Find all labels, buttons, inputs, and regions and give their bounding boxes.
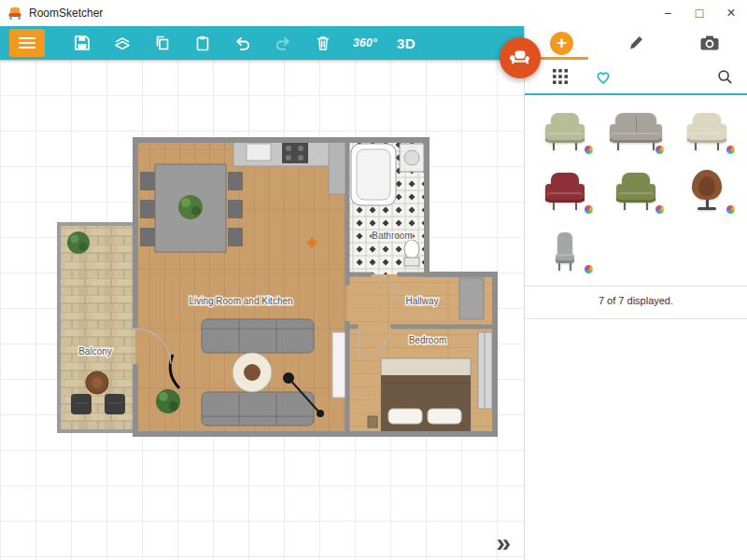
favorites-button[interactable] — [594, 68, 613, 85]
tab-camera[interactable] — [673, 26, 747, 60]
furniture-thumbnail — [686, 170, 727, 211]
color-variants-dot — [585, 265, 593, 273]
furniture-thumbnail — [544, 110, 585, 151]
view-3d-button[interactable]: 3D — [397, 33, 416, 53]
titlebar: RoomSketcher − □ × — [0, 0, 747, 26]
save-button[interactable] — [72, 33, 92, 53]
room-label-living: Living Room and Kitchen — [189, 296, 292, 306]
front-door[interactable] — [459, 278, 484, 319]
right-panel: + — [524, 26, 747, 560]
panel-subtabs — [525, 60, 747, 95]
color-variants-dot — [726, 146, 735, 154]
floorplan-canvas[interactable]: Living Room and Kitchen Balcony Bathroom… — [0, 60, 524, 560]
furniture-thumbnail — [544, 170, 585, 211]
editor-column: 360° 3D — [0, 26, 524, 560]
armchair-icon — [508, 46, 532, 70]
furniture-item-sofa-gray[interactable] — [603, 105, 669, 157]
arrange-button[interactable] — [112, 33, 133, 53]
heart-icon — [594, 68, 613, 85]
app-window: RoomSketcher − □ × — [0, 0, 747, 560]
furniture-grid — [525, 95, 747, 282]
view-3d-label: 3D — [397, 35, 416, 51]
app-icon — [7, 6, 22, 21]
copy-icon — [153, 34, 172, 52]
close-button[interactable]: × — [715, 0, 747, 26]
undo-icon — [233, 34, 252, 52]
tab-edit[interactable] — [599, 26, 672, 60]
toolbar: 360° 3D — [0, 26, 524, 60]
camera-icon — [699, 35, 720, 51]
furniture-item-armchair-cream[interactable] — [674, 105, 740, 157]
color-variants-dot — [585, 205, 593, 214]
color-variants-dot — [585, 146, 593, 154]
panel-tabs: + — [525, 26, 747, 60]
maximize-button[interactable]: □ — [684, 0, 715, 26]
hamburger-icon — [19, 37, 35, 39]
window-title: RoomSketcher — [29, 7, 103, 20]
furniture-item-egg-chair-brown[interactable] — [674, 164, 740, 217]
color-variants-dot — [655, 146, 664, 154]
paste-button[interactable] — [192, 33, 213, 53]
redo-button[interactable] — [273, 33, 293, 53]
paste-icon — [193, 34, 212, 52]
plant-balcony[interactable] — [67, 231, 90, 254]
window-controls: − □ × — [652, 0, 747, 26]
furniture-thumbnail — [609, 110, 663, 151]
shelf[interactable] — [332, 332, 345, 398]
bed[interactable] — [368, 358, 471, 431]
floorplan[interactable]: Living Room and Kitchen Balcony Bathroom… — [0, 60, 524, 560]
view-360-button[interactable]: 360° — [353, 33, 377, 53]
room-label-bathroom: Bathroom — [372, 231, 412, 241]
pencil-icon — [627, 34, 645, 52]
furniture-thumbnail — [615, 170, 656, 211]
color-variants-dot — [726, 205, 735, 214]
results-count: 7 of 7 displayed. — [525, 287, 747, 315]
room-label-balcony: Balcony — [78, 346, 112, 357]
minimize-button[interactable]: − — [652, 0, 684, 26]
save-icon — [73, 34, 92, 52]
search-icon — [716, 68, 734, 86]
expand-panel-chevron[interactable]: » — [496, 530, 511, 556]
trash-icon — [314, 34, 332, 52]
copy-button[interactable] — [152, 33, 173, 53]
arrange-layers-icon — [113, 34, 132, 52]
search-button[interactable] — [716, 68, 734, 86]
furniture-item-armchair-red[interactable] — [532, 164, 598, 217]
undo-button[interactable] — [233, 33, 253, 53]
furniture-item-dining-chair-gray[interactable] — [532, 224, 598, 276]
room-label-bedroom: Bedroom — [409, 335, 447, 345]
furniture-item-armchair-olive[interactable] — [603, 164, 669, 217]
delete-button[interactable] — [313, 33, 333, 53]
main-area: 360° 3D — [0, 26, 747, 560]
menu-button[interactable] — [9, 29, 45, 57]
room-label-hallway: Hallway — [405, 296, 438, 306]
furniture-thumbnail — [686, 110, 727, 151]
color-variants-dot — [655, 205, 664, 214]
grid-view-button[interactable] — [553, 69, 568, 84]
grid-icon — [553, 69, 568, 84]
furniture-thumbnail — [548, 230, 582, 271]
view-360-label: 360° — [353, 36, 377, 49]
furniture-item-armchair-sage[interactable] — [532, 105, 598, 157]
plus-icon: + — [550, 32, 573, 55]
plant-living[interactable] — [156, 389, 180, 413]
redo-icon — [274, 34, 292, 52]
divider — [525, 318, 747, 319]
furniture-category-button[interactable] — [500, 37, 541, 78]
